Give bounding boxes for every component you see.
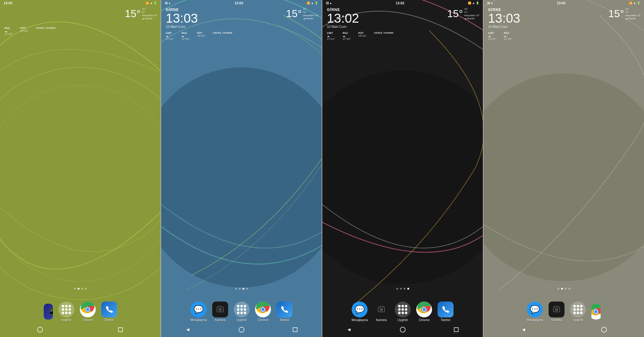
- temp-big-3: 15°: [447, 8, 463, 20]
- battery-icon-1: 🔋: [154, 2, 157, 5]
- app-icon-chrome-4[interactable]: [591, 304, 601, 320]
- genis-tahmin-3[interactable]: GENİŞ TAHMİN: [374, 31, 394, 40]
- notif-icons-4: 🖼 ▲: [487, 2, 493, 5]
- app-icon-uygulama-4[interactable]: Uyglmlr: [570, 302, 586, 322]
- app-icon-kamera-4[interactable]: Kamera: [549, 302, 564, 322]
- app-icon-mesaj-2[interactable]: 💬 Mesajlaşma: [191, 302, 207, 322]
- wifi-icon-2: 📶: [307, 2, 310, 5]
- svg-point-16: [239, 327, 244, 332]
- page-indicators-1: [74, 288, 87, 290]
- mesaj-icon-2: 💬: [191, 302, 206, 317]
- svg-point-33: [594, 310, 598, 313]
- mesaj-icon-3: 💬: [352, 302, 368, 317]
- svg-point-29: [556, 309, 557, 310]
- uygulama-icon-4: [570, 302, 586, 317]
- weather-widget-3: GİRNE 13:02 10 Mart Cum 15° 19° 11° Hiss…: [327, 8, 480, 40]
- app-icon-uygulama-1[interactable]: Uyglmlr: [58, 302, 74, 322]
- status-time-3: 13:02: [396, 1, 404, 5]
- chrome-label-2: Chrome: [257, 318, 268, 322]
- page-indicators-3: [396, 288, 409, 290]
- app-icon-chrome-3[interactable]: Chrome: [416, 302, 432, 322]
- svg-point-18: [322, 70, 483, 284]
- app-dock-1: 📱 Uyglmlr: [0, 302, 161, 322]
- dot-1-2: [78, 288, 80, 290]
- uygulama-label-1: Uyglmlr: [61, 318, 72, 322]
- telefon-icon-2: [276, 302, 292, 317]
- nav-home-2[interactable]: [235, 324, 248, 336]
- status-time-2: 13:03: [235, 1, 243, 5]
- app-icon-mesaj-3[interactable]: 💬 Mesajlaşma: [352, 302, 368, 322]
- weather-widget-1: 15° 19° 11° Hissedilen 15° ☁ Bulutlu PAZ…: [5, 8, 157, 35]
- app-icon-telefon-2[interactable]: Telefon: [276, 302, 292, 322]
- feels-3: Hissedilen 15°: [464, 14, 480, 17]
- telefon-label-2: Telefon: [279, 318, 289, 322]
- dot-4-4: [568, 288, 570, 290]
- svg-point-24: [423, 308, 426, 311]
- kamera-icon-4: [549, 302, 564, 317]
- forecast-item-1b: PZT 19°/10°: [20, 27, 28, 35]
- app-icon-telefon-3[interactable]: Telefon: [438, 302, 453, 322]
- clock-4: 13:03: [488, 12, 520, 25]
- status-bar-2: 🖼 ▲ 13:03 📶 ▲ 🔋: [161, 0, 322, 6]
- nav-recents-2[interactable]: [289, 324, 301, 336]
- app-icon-telefon-1[interactable]: Telefon: [101, 302, 117, 322]
- app-icon-partial-1[interactable]: 📱: [44, 304, 53, 320]
- notif-icons-3: 🖼 ▲: [326, 2, 332, 5]
- dot-1-4: [85, 288, 87, 290]
- nav-back-4[interactable]: ◄: [517, 324, 530, 336]
- telefon-label-1: Telefon: [104, 318, 114, 322]
- app-icon-mesaj-4[interactable]: 💬 Mesajlaşma: [527, 302, 543, 322]
- app-icon-uygulama-2[interactable]: Uyglmlr: [234, 302, 250, 322]
- nav-bar-2: ◄: [161, 322, 322, 337]
- phone-screen-4: 🖼 ▲ 13:03 📶 ▲ 🔋 GİRNE 13:03 10 Mart Cum …: [483, 0, 644, 337]
- app-icon-kamera-2[interactable]: Kamera: [212, 302, 228, 322]
- kamera-label-2: Kamera: [215, 318, 226, 322]
- nav-recents-1[interactable]: [114, 324, 127, 336]
- chrome-label-3: Chrome: [419, 318, 430, 322]
- svg-point-1: [0, 86, 161, 281]
- temp-low-1: 11°: [142, 11, 157, 14]
- nav-home-1[interactable]: [34, 324, 46, 336]
- uygulama-label-3: Uyglmlr: [398, 318, 408, 322]
- nav-recents-3[interactable]: [450, 324, 462, 336]
- battery-icon-3: 🔋: [476, 2, 479, 5]
- phone-screen-1: 13:03 📶 ▲ 🔋 15° 19° 11° Hissedilen 15° ☁…: [0, 0, 161, 337]
- telefon-label-3: Telefon: [441, 318, 450, 322]
- status-time-1: 13:03: [4, 1, 12, 5]
- mesaj-icon-4: 💬: [527, 302, 543, 317]
- temp-low-2: 11°: [303, 11, 319, 14]
- weather-widget-4: GİRNE 13:03 10 Mart Cum 15° 19° 11° Hiss…: [488, 8, 641, 40]
- kamera-icon-2: [212, 302, 228, 317]
- condition-icon-1: ☁ Bulutlu: [142, 17, 157, 20]
- nav-back-2[interactable]: ◄: [182, 324, 194, 336]
- notif-icons-2: 🖼 ▲: [165, 2, 171, 5]
- chrome-label-1: Chrome: [82, 318, 93, 322]
- nav-home-4[interactable]: [598, 324, 610, 336]
- status-time-4: 13:03: [557, 1, 565, 5]
- svg-point-7: [38, 327, 43, 332]
- dot-2-2: [239, 288, 241, 290]
- app-icon-chrome-1[interactable]: Chrome: [80, 302, 96, 322]
- dot-1-1: [74, 288, 76, 290]
- forecast-item-1a: PAZ ☁ 17°/10°: [5, 27, 13, 35]
- mesaj-label-4: Mesajlaşma: [527, 318, 543, 322]
- app-icon-uygulama-3[interactable]: Uyglmlr: [395, 302, 411, 322]
- app-icon-chrome-2[interactable]: Chrome: [255, 302, 271, 322]
- kamera-label-3: Kamera: [376, 318, 387, 322]
- app-icon-kamera-3[interactable]: Kamera: [373, 302, 389, 322]
- svg-rect-8: [118, 328, 122, 331]
- dot-4-1: [557, 288, 559, 290]
- svg-point-15: [261, 308, 265, 311]
- genis-tahmin-1[interactable]: GENİŞ TAHMİN: [36, 27, 56, 35]
- genis-tahmin-2[interactable]: GENİŞ TAHMİN: [213, 31, 232, 40]
- mesaj-label-3: Mesajlaşma: [352, 318, 368, 322]
- forecast-item-2c: PZT 19°/10°: [197, 31, 205, 40]
- chrome-svg-3: [416, 302, 432, 317]
- clock-2: 13:03: [166, 12, 198, 25]
- wifi-icon-3: 📶: [468, 2, 471, 5]
- dot-1-3: [81, 288, 83, 290]
- svg-point-6: [86, 308, 89, 311]
- nav-home-3[interactable]: [397, 324, 409, 336]
- nav-back-3[interactable]: ◄: [343, 324, 355, 336]
- signal-icon-2: ▲: [311, 2, 314, 5]
